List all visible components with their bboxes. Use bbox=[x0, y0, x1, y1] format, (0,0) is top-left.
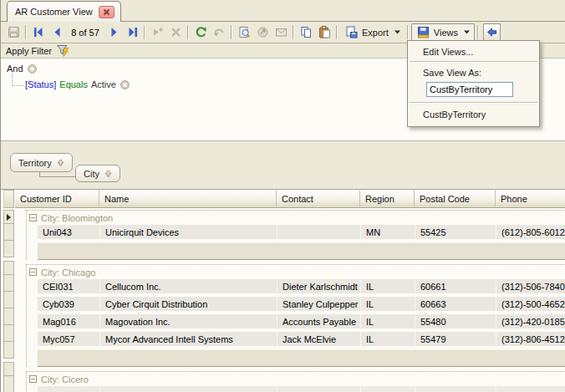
properties-button[interactable] bbox=[253, 24, 272, 41]
refresh-button[interactable] bbox=[191, 24, 210, 41]
cell-postal-code[interactable] bbox=[415, 386, 496, 392]
filter-field[interactable]: [Status] bbox=[25, 79, 56, 89]
tab-ar-customer-view[interactable]: AR Customer View bbox=[7, 1, 121, 22]
save-view-as-input[interactable] bbox=[426, 82, 513, 97]
row-selector-header[interactable] bbox=[3, 190, 14, 208]
cell-postal-code[interactable]: 60661 bbox=[415, 279, 496, 295]
group-footer-row[interactable] bbox=[38, 349, 565, 366]
row-selector[interactable] bbox=[3, 308, 14, 325]
table-row[interactable] bbox=[38, 386, 565, 392]
cell-contact[interactable]: Dieter Karlschmidt bbox=[277, 279, 361, 295]
column-header-postal-code[interactable]: Postal Code bbox=[415, 190, 496, 208]
table-row[interactable]: Uni043 Unicirquit Devices MN 55425 (612)… bbox=[38, 225, 565, 242]
group-row[interactable]: City: Cicero bbox=[27, 372, 565, 386]
cell-customer-id[interactable]: Myc057 bbox=[38, 332, 100, 348]
delete-record-button[interactable] bbox=[166, 24, 185, 41]
remove-condition-icon[interactable] bbox=[120, 80, 130, 89]
cell-name[interactable]: Mycor Advanced Intell Systems bbox=[100, 332, 277, 348]
group-row[interactable]: City: Chicago bbox=[27, 265, 565, 279]
cell-contact[interactable] bbox=[277, 386, 361, 392]
column-header-region[interactable]: Region bbox=[360, 190, 415, 208]
export-button[interactable]: Export bbox=[340, 23, 405, 41]
filter-operator[interactable]: Equals bbox=[59, 79, 88, 89]
collapse-group-icon[interactable] bbox=[29, 268, 37, 276]
cell-region[interactable]: MN bbox=[361, 225, 415, 241]
cell-region[interactable]: IL bbox=[361, 332, 415, 348]
cell-name[interactable]: Magovation Inc. bbox=[100, 314, 277, 330]
cell-customer-id[interactable]: Uni043 bbox=[38, 225, 100, 241]
cell-name[interactable]: Cellucom Inc. bbox=[100, 279, 277, 295]
undo-button[interactable] bbox=[210, 24, 228, 41]
cell-phone[interactable] bbox=[496, 386, 565, 392]
row-selector-current[interactable] bbox=[3, 210, 14, 224]
cell-customer-id[interactable]: Mag016 bbox=[38, 314, 100, 330]
copy-button[interactable] bbox=[297, 24, 315, 41]
new-record-button[interactable] bbox=[148, 24, 166, 41]
collapse-group-icon[interactable] bbox=[29, 375, 37, 383]
cell-postal-code[interactable]: 55479 bbox=[415, 332, 496, 348]
save-button[interactable] bbox=[4, 24, 23, 41]
row-selector[interactable] bbox=[3, 261, 14, 275]
table-row[interactable]: Cyb039 Cyber Cirquit Distribution Stanle… bbox=[38, 297, 565, 314]
row-selector[interactable] bbox=[3, 240, 14, 257]
last-record-button[interactable] bbox=[123, 24, 141, 41]
cell-customer-id[interactable]: Cyb039 bbox=[38, 297, 100, 313]
group-row[interactable]: City: Bloomington bbox=[27, 211, 565, 225]
cell-phone[interactable]: (612)-805-6012 bbox=[496, 225, 565, 241]
cell-customer-id[interactable] bbox=[38, 386, 100, 392]
cell-postal-code[interactable]: 55425 bbox=[415, 225, 496, 241]
add-condition-icon[interactable] bbox=[28, 64, 37, 74]
cell-region[interactable]: IL bbox=[361, 297, 415, 313]
cell-region[interactable] bbox=[361, 386, 415, 392]
cell-region[interactable]: IL bbox=[361, 279, 415, 295]
cell-postal-code[interactable]: 55480 bbox=[415, 314, 496, 330]
previous-record-button[interactable] bbox=[48, 24, 66, 41]
apply-view-button[interactable] bbox=[483, 23, 501, 41]
cell-contact[interactable] bbox=[277, 225, 361, 241]
group-by-territory[interactable]: Territory bbox=[10, 153, 73, 172]
cell-contact[interactable]: Jack McElvie bbox=[277, 332, 361, 348]
row-selector[interactable] bbox=[3, 274, 14, 292]
menu-item-saved-view[interactable]: CustByTerritory bbox=[408, 104, 539, 125]
group-footer-row[interactable] bbox=[38, 242, 565, 259]
cell-name[interactable]: Unicirquit Devices bbox=[100, 225, 277, 241]
cell-region[interactable]: IL bbox=[361, 314, 415, 330]
filter-value[interactable]: Active bbox=[91, 79, 116, 89]
paste-button[interactable] bbox=[315, 24, 333, 41]
next-record-button[interactable] bbox=[104, 24, 123, 41]
cell-phone[interactable]: (312)-806-4512 bbox=[496, 332, 565, 348]
cell-name[interactable] bbox=[100, 386, 277, 392]
row-selector[interactable] bbox=[3, 291, 14, 308]
collapse-group-icon[interactable] bbox=[29, 214, 37, 221]
column-header-name[interactable]: Name bbox=[99, 190, 277, 208]
row-selector[interactable] bbox=[3, 375, 14, 392]
row-selector[interactable] bbox=[3, 362, 14, 376]
menu-item-edit-views[interactable]: Edit Views... bbox=[408, 43, 539, 60]
cell-phone[interactable]: (312)-506-7840 bbox=[496, 279, 565, 295]
row-selector[interactable] bbox=[3, 223, 14, 241]
group-label: City: Cicero bbox=[41, 374, 89, 384]
table-row[interactable]: Mag016 Magovation Inc. Accounts Payable … bbox=[38, 314, 565, 332]
row-selector[interactable] bbox=[3, 324, 14, 342]
filter-conjunction[interactable]: And bbox=[7, 64, 23, 74]
mail-button[interactable] bbox=[272, 24, 290, 41]
row-selector[interactable] bbox=[3, 341, 14, 359]
cell-contact[interactable]: Accounts Payable bbox=[277, 314, 361, 330]
table-row[interactable]: CEI031 Cellucom Inc. Dieter Karlschmidt … bbox=[38, 279, 565, 297]
filter-icon[interactable] bbox=[56, 44, 69, 57]
cell-customer-id[interactable]: CEI031 bbox=[38, 279, 100, 295]
column-header-phone[interactable]: Phone bbox=[496, 190, 565, 208]
cell-name[interactable]: Cyber Cirquit Distribution bbox=[100, 297, 277, 313]
group-by-city[interactable]: City bbox=[75, 165, 120, 182]
close-tab-button[interactable] bbox=[99, 6, 115, 18]
column-header-contact[interactable]: Contact bbox=[277, 190, 360, 208]
cell-postal-code[interactable]: 60663 bbox=[415, 297, 496, 313]
cell-contact[interactable]: Stanley Culpepper bbox=[277, 297, 361, 313]
cell-phone[interactable]: (312)-420-0185 bbox=[496, 314, 565, 330]
table-row[interactable]: Myc057 Mycor Advanced Intell Systems Jac… bbox=[38, 332, 565, 349]
print-preview-button[interactable] bbox=[235, 24, 253, 41]
first-record-button[interactable] bbox=[29, 24, 48, 41]
cell-phone[interactable]: (312)-500-4652 bbox=[496, 297, 565, 313]
views-button[interactable]: Views bbox=[411, 23, 475, 41]
column-header-customer-id[interactable]: Customer ID bbox=[15, 190, 99, 208]
